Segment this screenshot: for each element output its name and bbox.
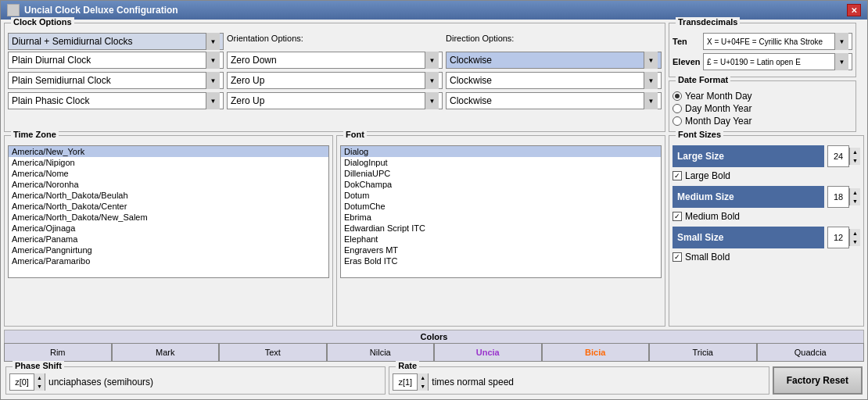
ten-dropdown[interactable]: X = U+04FE = Cyrillic Kha Stroke ▼ [703, 33, 852, 50]
dir1-arrow[interactable]: ▼ [644, 52, 658, 69]
date-option-2[interactable]: Month Day Year [673, 116, 852, 127]
dir2-dropdown[interactable]: Clockwise ▼ [446, 72, 662, 89]
timezone-item-2[interactable]: America/Nome [9, 168, 328, 179]
font-item-7[interactable]: Edwardian Script ITC [341, 223, 661, 234]
timezone-item-5[interactable]: America/North_Dakota/Center [9, 201, 328, 212]
plain-phasic-arrow[interactable]: ▼ [206, 92, 220, 109]
radio-year-month-day[interactable] [673, 91, 682, 101]
small-up[interactable]: ▲ [849, 229, 860, 238]
large-size-display: Large Size [673, 145, 824, 167]
font-item-3[interactable]: DokChampa [341, 179, 661, 190]
close-button[interactable]: ✕ [847, 4, 861, 16]
rate-label: Rate [396, 361, 419, 370]
plain-semidiurnal-dropdown[interactable]: Plain Semidiurnal Clock ▼ [8, 72, 224, 89]
phase-arrows: ▲ ▼ [34, 373, 45, 391]
date-option-1[interactable]: Day Month Year [673, 103, 852, 114]
window-title: Uncial Clock Deluxe Configuration [24, 5, 178, 16]
large-bold-checkbox[interactable]: ✓ [673, 171, 682, 180]
dir3-dropdown[interactable]: Clockwise ▼ [446, 92, 662, 109]
large-size-row: Large Size 24 ▲ ▼ [673, 145, 860, 167]
medium-down[interactable]: ▼ [849, 197, 860, 205]
medium-bold-label: Medium Bold [685, 211, 740, 222]
small-down[interactable]: ▼ [849, 238, 860, 246]
font-item-4[interactable]: Dotum [341, 190, 661, 201]
medium-value[interactable]: 18 [827, 186, 849, 208]
timezone-item-10[interactable]: America/Paramaribo [9, 255, 328, 266]
medium-up[interactable]: ▲ [849, 188, 860, 197]
timezone-list[interactable]: America/New_York America/Nipigon America… [8, 145, 329, 278]
bottom-row: Phase Shift ▲ ▼ unciaphases (semihours) … [4, 365, 864, 396]
timezone-item-6[interactable]: America/North_Dakota/New_Salem [9, 212, 328, 223]
small-spin: 12 ▲ ▼ [827, 227, 860, 248]
font-list[interactable]: Dialog DialogInput DilleniaUPC DokChampa… [340, 145, 662, 278]
color-nilcia[interactable]: Nilcia [327, 343, 435, 362]
phase-down[interactable]: ▼ [34, 382, 45, 391]
diurnal-header: Diurnal + Semidiurnal Clocks ▼ [8, 33, 224, 50]
color-quadcia[interactable]: Quadcia [757, 343, 865, 362]
timezone-item-1[interactable]: America/Nipigon [9, 157, 328, 168]
color-text[interactable]: Text [219, 343, 327, 362]
color-uncia[interactable]: Uncia [434, 343, 542, 362]
font-item-6[interactable]: Ebrima [341, 212, 661, 223]
font-item-9[interactable]: Engravers MT [341, 245, 661, 255]
timezone-item-7[interactable]: America/Ojinaga [9, 223, 328, 234]
dir1-dropdown[interactable]: Clockwise ▼ [446, 52, 662, 69]
large-arrows: ▲ ▼ [849, 148, 860, 165]
timezone-item-9[interactable]: America/Pangnirtung [9, 245, 328, 255]
medium-bold-checkbox[interactable]: ✓ [673, 212, 682, 221]
ten-arrow[interactable]: ▼ [834, 33, 848, 50]
rate-value-input[interactable]: ▲ ▼ [393, 373, 429, 391]
plain-diurnal-dropdown[interactable]: Plain Diurnal Clock ▼ [8, 52, 224, 69]
timezone-label: Time Zone [11, 130, 59, 139]
plain-phasic-dropdown[interactable]: Plain Phasic Clock ▼ [8, 92, 224, 109]
orient2-arrow[interactable]: ▼ [425, 72, 439, 89]
timezone-item-0[interactable]: America/New_York [9, 146, 328, 157]
color-tricia[interactable]: Tricia [649, 343, 757, 362]
diurnal-label: Diurnal + Semidiurnal Clocks [12, 36, 132, 47]
orient3-arrow[interactable]: ▼ [425, 92, 439, 109]
orient1-dropdown[interactable]: Zero Down ▼ [227, 52, 443, 69]
eleven-dropdown[interactable]: £ = U+0190 = Latin open E ▼ [703, 53, 852, 70]
radio-day-month-year[interactable] [673, 104, 682, 113]
color-mark[interactable]: Mark [112, 343, 220, 362]
dir3-arrow[interactable]: ▼ [644, 92, 658, 109]
orient2-dropdown[interactable]: Zero Up ▼ [227, 72, 443, 89]
factory-reset-button[interactable]: Factory Reset [773, 366, 863, 395]
diurnal-arrow[interactable]: ▼ [206, 33, 220, 50]
orient3-dropdown[interactable]: Zero Up ▼ [227, 92, 443, 109]
font-item-8[interactable]: Elephant [341, 234, 661, 245]
font-item-5[interactable]: DotumChe [341, 201, 661, 212]
phase-up[interactable]: ▲ [34, 373, 45, 382]
color-rim[interactable]: Rim [4, 343, 112, 362]
phase-value-field[interactable] [10, 374, 34, 390]
font-item-1[interactable]: DialogInput [341, 157, 661, 168]
font-item-0[interactable]: Dialog [341, 146, 661, 157]
eleven-arrow[interactable]: ▼ [834, 53, 848, 70]
large-value[interactable]: 24 [827, 145, 849, 167]
timezone-item-4[interactable]: America/North_Dakota/Beulah [9, 190, 328, 201]
phase-value-input[interactable]: ▲ ▼ [9, 373, 45, 391]
rate-up[interactable]: ▲ [417, 373, 428, 382]
large-down[interactable]: ▼ [849, 156, 860, 165]
font-item-10[interactable]: Eras Bold ITC [341, 255, 661, 266]
eleven-row: Eleven £ = U+0190 = Latin open E ▼ [673, 53, 852, 70]
timezone-item-8[interactable]: America/Panama [9, 234, 328, 245]
plain-semidiurnal-arrow[interactable]: ▼ [206, 72, 220, 89]
small-value[interactable]: 12 [827, 227, 849, 248]
clock-options-label: Clock Options [11, 17, 74, 27]
large-up[interactable]: ▲ [849, 148, 860, 156]
title-bar-left: Uncial Clock Deluxe Configuration [7, 4, 178, 16]
rate-value-field[interactable] [393, 374, 417, 390]
timezone-item-3[interactable]: America/Noronha [9, 179, 328, 190]
orient1-arrow[interactable]: ▼ [425, 52, 439, 69]
dir2-arrow[interactable]: ▼ [644, 72, 658, 89]
plain-diurnal-arrow[interactable]: ▼ [206, 52, 220, 69]
radio-month-day-year[interactable] [673, 116, 682, 126]
small-bold-checkbox[interactable]: ✓ [673, 252, 682, 262]
font-item-2[interactable]: DilleniaUPC [341, 168, 661, 179]
date-option-0[interactable]: Year Month Day [673, 91, 852, 102]
small-arrows: ▲ ▼ [849, 229, 860, 246]
color-bicia[interactable]: Bicia [542, 343, 650, 362]
medium-size-display: Medium Size [673, 186, 824, 208]
rate-down[interactable]: ▼ [417, 382, 428, 391]
